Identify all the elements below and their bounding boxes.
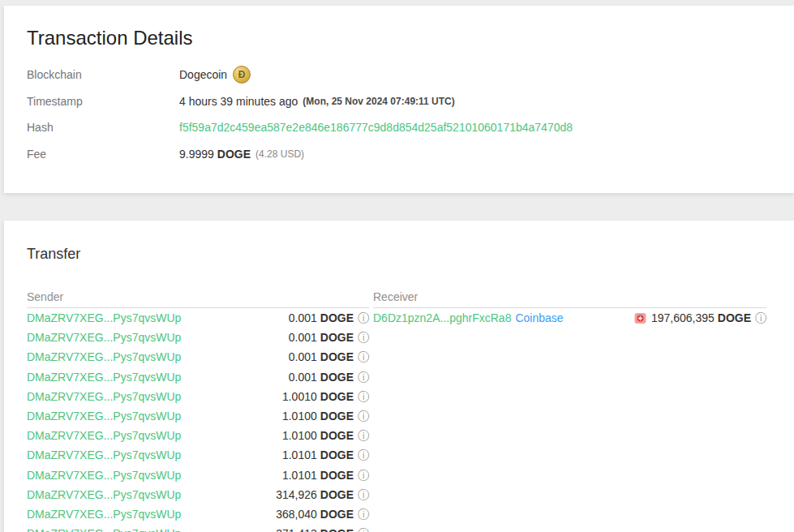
sender-row: DMaZRV7XEG...Pys7qvsWUp 1.0100DOGEⓘ <box>27 406 369 426</box>
receiver-amount: 197,606,395DOGEⓘ <box>634 311 766 324</box>
fee-label: Fee <box>27 148 179 161</box>
sender-amount: 1.0010DOGEⓘ <box>282 390 369 403</box>
amount-unit: DOGE <box>320 429 354 442</box>
amount-unit: DOGE <box>320 390 354 403</box>
amount-value: 368,040 <box>276 508 317 521</box>
info-icon[interactable]: ⓘ <box>755 312 766 324</box>
timestamp-value: 4 hours 39 minutes ago (Mon, 25 Nov 2024… <box>179 95 455 108</box>
timestamp-label: Timestamp <box>27 95 179 108</box>
dogecoin-symbol: Ð <box>238 69 246 80</box>
detail-row-timestamp: Timestamp 4 hours 39 minutes ago (Mon, 2… <box>27 92 771 110</box>
amount-value: 1.0101 <box>282 448 317 461</box>
sender-column: Sender DMaZRV7XEG...Pys7qvsWUp 0.001DOGE… <box>27 290 369 532</box>
sender-row: DMaZRV7XEG...Pys7qvsWUp 0.001DOGEⓘ <box>27 347 369 367</box>
blockchain-label: Blockchain <box>27 68 179 81</box>
amount-unit: DOGE <box>320 410 354 423</box>
dogecoin-icon: Ð <box>233 66 251 84</box>
info-icon[interactable]: ⓘ <box>358 430 369 441</box>
sender-amount: 1.0100DOGEⓘ <box>282 410 369 423</box>
amount-unit: DOGE <box>320 350 354 363</box>
info-icon[interactable]: ⓘ <box>358 470 369 481</box>
amount-unit: DOGE <box>320 469 354 482</box>
transaction-details-card: Transaction Details Blockchain Dogecoin … <box>4 6 794 193</box>
sender-address-link[interactable]: DMaZRV7XEG...Pys7qvsWUp <box>27 527 181 532</box>
sender-address-link[interactable]: DMaZRV7XEG...Pys7qvsWUp <box>27 429 181 442</box>
sender-address-link[interactable]: DMaZRV7XEG...Pys7qvsWUp <box>27 371 181 384</box>
sender-address-link[interactable]: DMaZRV7XEG...Pys7qvsWUp <box>27 448 181 461</box>
amount-unit: DOGE <box>320 527 354 532</box>
sender-address-link[interactable]: DMaZRV7XEG...Pys7qvsWUp <box>27 488 181 501</box>
info-icon[interactable]: ⓘ <box>358 391 369 402</box>
transfer-card: Transfer Sender DMaZRV7XEG...Pys7qvsWUp … <box>4 221 794 532</box>
sender-address-link[interactable]: DMaZRV7XEG...Pys7qvsWUp <box>27 469 181 482</box>
sender-row: DMaZRV7XEG...Pys7qvsWUp 0.001DOGEⓘ <box>27 308 369 328</box>
receiver-row: D6Dz1pzn2A...pghrFxcRa8Coinbase 197,606,… <box>373 308 766 328</box>
info-icon[interactable]: ⓘ <box>358 410 369 422</box>
amount-unit: DOGE <box>320 311 354 324</box>
sender-row: DMaZRV7XEG...Pys7qvsWUp 368,040DOGEⓘ <box>27 504 369 524</box>
sender-row: DMaZRV7XEG...Pys7qvsWUp 1.0100DOGEⓘ <box>27 426 369 445</box>
info-icon[interactable]: ⓘ <box>358 312 369 324</box>
amount-value: 371,413 <box>276 527 317 532</box>
info-icon[interactable]: ⓘ <box>358 449 369 461</box>
sender-amount: 314,926DOGEⓘ <box>276 488 369 501</box>
sender-address-link[interactable]: DMaZRV7XEG...Pys7qvsWUp <box>27 508 181 521</box>
amount-value: 1.0101 <box>282 469 317 482</box>
amount-value: 0.001 <box>289 350 317 363</box>
hash-label: Hash <box>27 121 179 134</box>
amount-value: 0.001 <box>289 331 317 344</box>
sender-address-link[interactable]: DMaZRV7XEG...Pys7qvsWUp <box>27 350 181 363</box>
sender-row: DMaZRV7XEG...Pys7qvsWUp 0.001DOGEⓘ <box>27 367 369 387</box>
sender-amount: 1.0101DOGEⓘ <box>282 448 369 461</box>
info-icon[interactable]: ⓘ <box>358 351 369 363</box>
info-icon[interactable]: ⓘ <box>358 332 369 343</box>
amount-value: 314,926 <box>276 488 317 501</box>
sender-column-header: Sender <box>27 290 369 308</box>
info-icon[interactable]: ⓘ <box>358 508 369 520</box>
detail-row-fee: Fee 9.9999 DOGE (4.28 USD) <box>27 145 771 163</box>
sender-address-link[interactable]: DMaZRV7XEG...Pys7qvsWUp <box>27 331 181 344</box>
amount-value: 1.0010 <box>282 390 317 403</box>
sender-row: DMaZRV7XEG...Pys7qvsWUp 371,413DOGEⓘ <box>27 524 369 532</box>
sender-amount: 0.001DOGEⓘ <box>289 311 369 324</box>
timestamp-relative: 4 hours 39 minutes ago <box>179 95 298 108</box>
amount-unit: DOGE <box>320 508 354 521</box>
sender-amount: 0.001DOGEⓘ <box>289 331 369 344</box>
sender-row: DMaZRV7XEG...Pys7qvsWUp 1.0101DOGEⓘ <box>27 445 369 465</box>
fee-usd-note: (4.28 USD) <box>255 148 304 160</box>
sender-address-link[interactable]: DMaZRV7XEG...Pys7qvsWUp <box>27 311 181 324</box>
sender-amount: 1.0100DOGEⓘ <box>282 429 369 442</box>
sender-row: DMaZRV7XEG...Pys7qvsWUp 1.0101DOGEⓘ <box>27 466 369 485</box>
amount-unit: DOGE <box>320 488 354 501</box>
sender-row: DMaZRV7XEG...Pys7qvsWUp 1.0010DOGEⓘ <box>27 387 369 406</box>
sender-address-link[interactable]: DMaZRV7XEG...Pys7qvsWUp <box>27 390 181 403</box>
sender-amount: 0.001DOGEⓘ <box>289 371 369 384</box>
blockchain-value: Dogecoin Ð <box>179 66 251 84</box>
receiver-tag-link[interactable]: Coinbase <box>515 311 563 324</box>
page-title: Transaction Details <box>27 27 771 49</box>
sender-address-link[interactable]: DMaZRV7XEG...Pys7qvsWUp <box>27 410 181 423</box>
amount-value: 0.001 <box>289 311 317 324</box>
sender-amount: 1.0101DOGEⓘ <box>282 469 369 482</box>
info-icon[interactable]: ⓘ <box>358 528 369 532</box>
fee-value: 9.9999 DOGE (4.28 USD) <box>179 148 304 161</box>
sender-amount: 0.001DOGEⓘ <box>289 350 369 363</box>
detail-row-hash: Hash f5f59a7d2c459ea587e2e846e186777c9d8… <box>27 118 771 136</box>
receiver-address-link[interactable]: D6Dz1pzn2A...pghrFxcRa8 <box>373 311 511 324</box>
amount-value: 197,606,395 <box>651 311 715 324</box>
receiver-column-header: Receiver <box>373 290 766 308</box>
amount-unit: DOGE <box>320 448 354 461</box>
transfer-columns: Sender DMaZRV7XEG...Pys7qvsWUp 0.001DOGE… <box>27 290 766 532</box>
amount-unit: DOGE <box>718 311 751 324</box>
info-icon[interactable]: ⓘ <box>358 489 369 500</box>
amount-value: 1.0100 <box>282 410 317 423</box>
transaction-hash: f5f59a7d2c459ea587e2e846e186777c9d8d854d… <box>179 121 573 134</box>
sender-amount: 371,413DOGEⓘ <box>276 527 369 532</box>
receiver-identity: D6Dz1pzn2A...pghrFxcRa8Coinbase <box>373 311 564 324</box>
sender-row: DMaZRV7XEG...Pys7qvsWUp 314,926DOGEⓘ <box>27 485 369 504</box>
info-icon[interactable]: ⓘ <box>358 371 369 383</box>
sender-amount: 368,040DOGEⓘ <box>276 508 369 521</box>
receiver-column: Receiver D6Dz1pzn2A...pghrFxcRa8Coinbase… <box>373 290 766 532</box>
siren-icon <box>634 312 646 324</box>
detail-row-blockchain: Blockchain Dogecoin Ð <box>27 66 771 84</box>
